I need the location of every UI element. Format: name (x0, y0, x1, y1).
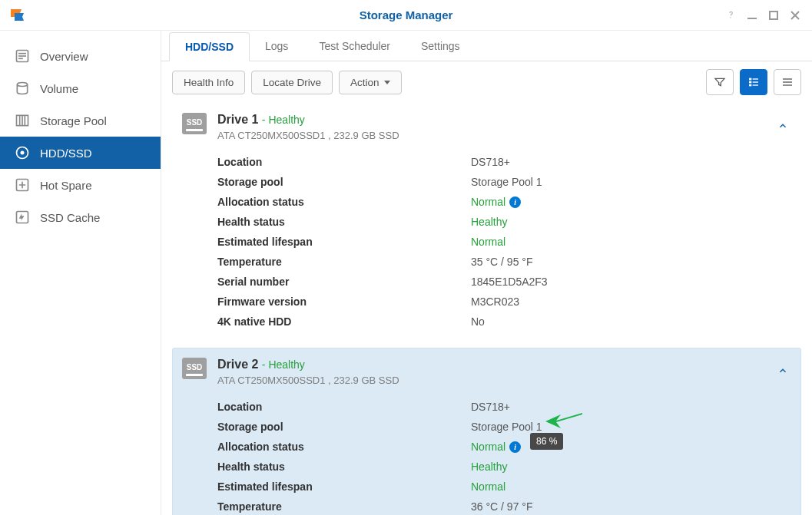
drive-title: Drive 1 - Healthy (217, 113, 399, 127)
tab-test-scheduler[interactable]: Test Scheduler (303, 32, 406, 61)
svg-rect-0 (747, 18, 757, 19)
tab-hdd-ssd[interactable]: HDD/SSD (169, 32, 250, 61)
close-button[interactable] (786, 6, 804, 25)
svg-rect-16 (749, 81, 751, 84)
svg-rect-3 (18, 53, 26, 54)
titlebar: Storage Manager (0, 0, 812, 31)
drive-card[interactable]: SSD Drive 2 - Healthy ATA CT250MX500SSD1… (172, 348, 801, 515)
main-panel: HDD/SSD Logs Test Scheduler Settings Hea… (161, 31, 812, 515)
hdd-ssd-icon (14, 144, 31, 161)
sidebar-label: Storage Pool (40, 114, 107, 127)
svg-rect-9 (25, 115, 26, 125)
prop-storage-pool: Storage Pool 1 (471, 421, 542, 433)
drive-subtitle: ATA CT250MX500SSD1 , 232.9 GB SSD (217, 375, 399, 386)
sidebar-item-ssd-cache[interactable]: SSD Cache (0, 201, 161, 233)
prop-estimated-lifespan: Normal (471, 480, 505, 493)
sidebar-label: Volume (40, 82, 78, 95)
collapse-toggle[interactable] (777, 365, 788, 378)
tab-bar: HDD/SSD Logs Test Scheduler Settings (161, 31, 812, 61)
drive-title: Drive 2 - Healthy (217, 358, 399, 371)
drive-status-inline: - Healthy (262, 114, 305, 126)
svg-rect-4 (18, 55, 26, 57)
overview-icon (14, 48, 31, 64)
prop-serial-number: 1845E1D5A2F3 (471, 276, 548, 288)
svg-rect-15 (753, 78, 758, 79)
app-icon (8, 6, 26, 25)
svg-rect-21 (783, 81, 792, 82)
health-info-button[interactable]: Health Info (172, 71, 245, 94)
prop-allocation-status: Normali (471, 196, 521, 208)
prop-health-status: Healthy (471, 461, 507, 473)
prop-temperature: 35 °C / 95 °F (471, 256, 532, 268)
compact-view-button[interactable] (774, 69, 801, 95)
drive-status-inline: - Healthy (262, 358, 305, 371)
prop-estimated-lifespan: Normal (471, 236, 505, 248)
ssd-badge-icon: SSD (182, 113, 207, 134)
filter-button[interactable] (706, 69, 734, 95)
sidebar-label: Overview (40, 50, 88, 63)
sidebar-label: SSD Cache (40, 211, 100, 224)
maximize-button[interactable] (764, 6, 783, 25)
list-detail-icon (747, 76, 760, 88)
tab-logs[interactable]: Logs (250, 32, 303, 61)
chevron-up-icon (777, 365, 788, 376)
prop-location: DS718+ (471, 156, 510, 168)
tab-settings[interactable]: Settings (406, 32, 476, 61)
sidebar-item-hdd-ssd[interactable]: HDD/SSD (0, 137, 161, 169)
window-controls (721, 6, 804, 25)
drive-list: SSD Drive 1 - Healthy ATA CT250MX500SSD1… (161, 103, 812, 515)
sidebar-item-overview[interactable]: Overview (0, 40, 161, 72)
minimize-button[interactable] (743, 6, 761, 25)
info-icon[interactable]: i (509, 196, 521, 208)
sidebar-item-hot-spare[interactable]: Hot Spare (0, 169, 161, 201)
svg-rect-8 (22, 115, 23, 125)
hot-spare-icon (14, 177, 31, 193)
svg-rect-20 (783, 78, 792, 79)
svg-point-11 (21, 151, 25, 155)
svg-rect-17 (753, 81, 758, 82)
drive-subtitle: ATA CT250MX500SSD1 , 232.9 GB SSD (217, 130, 399, 141)
svg-rect-1 (770, 12, 777, 19)
storage-pool-icon (14, 112, 31, 129)
chevron-up-icon (777, 120, 788, 131)
svg-rect-18 (749, 84, 751, 87)
window-title: Storage Manager (360, 8, 453, 21)
ssd-badge-icon: SSD (182, 358, 207, 379)
sidebar-label: Hot Spare (40, 179, 92, 192)
locate-drive-button[interactable]: Locate Drive (251, 71, 333, 94)
svg-rect-19 (753, 84, 758, 85)
ssd-cache-icon (14, 209, 31, 226)
svg-rect-22 (783, 84, 792, 85)
collapse-toggle[interactable] (777, 120, 788, 134)
prop-health-status: Healthy (471, 216, 507, 228)
drive-card[interactable]: SSD Drive 1 - Healthy ATA CT250MX500SSD1… (172, 103, 801, 342)
svg-rect-14 (749, 78, 751, 81)
prop-allocation-status: Normali (471, 441, 521, 453)
menu-icon (781, 76, 794, 88)
drive-properties: LocationDS718+ Storage poolStorage Pool … (217, 152, 788, 332)
volume-icon (14, 80, 31, 97)
prop-location: DS718+ (471, 401, 510, 413)
sidebar-item-storage-pool[interactable]: Storage Pool (0, 104, 161, 137)
prop-temperature: 36 °C / 97 °F (471, 500, 532, 513)
svg-rect-5 (18, 58, 23, 60)
detail-view-button[interactable] (740, 69, 767, 95)
drive-properties: LocationDS718+ Storage poolStorage Pool … (217, 397, 788, 515)
prop-storage-pool: Storage Pool 1 (471, 176, 542, 188)
sidebar-label: HDD/SSD (40, 147, 92, 160)
action-button[interactable]: Action (339, 71, 402, 94)
toolbar: Health Info Locate Drive Action (161, 61, 812, 103)
sidebar: Overview Volume Storage Pool HDD/SSD Hot… (0, 31, 161, 515)
help-button[interactable] (721, 6, 740, 25)
filter-icon (714, 76, 726, 88)
prop-native-hdd: No (471, 315, 485, 328)
svg-rect-7 (19, 115, 21, 125)
prop-firmware-version: M3CR023 (471, 295, 519, 308)
info-icon[interactable]: i (509, 441, 521, 453)
sidebar-item-volume[interactable]: Volume (0, 72, 161, 104)
